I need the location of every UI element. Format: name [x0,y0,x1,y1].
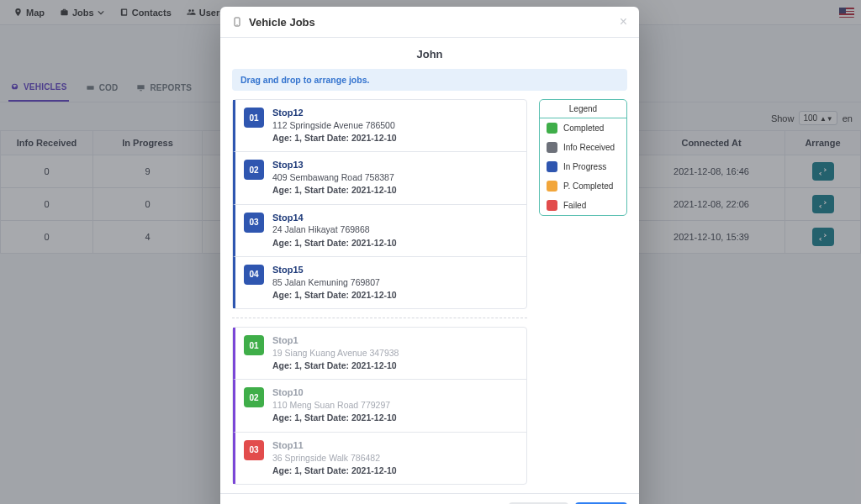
job-meta: Age: 1, Start Date: 2021-12-10 [272,132,397,144]
job-row: 01Stop119 Siang Kuang Avenue 347938Age: … [233,328,526,379]
job-address: 110 Meng Suan Road 779297 [272,399,397,412]
legend-row: Info Received [540,138,626,157]
job-title: Stop12 [272,107,397,119]
job-row: 03Stop1136 Springside Walk 786482Age: 1,… [233,432,526,484]
driver-name: John [232,48,627,60]
job-address: 85 Jalan Kemuning 769807 [272,276,397,289]
info-banner: Drag and drop to arrange jobs. [232,69,627,91]
job-address: 19 Siang Kuang Avenue 347938 [272,347,399,360]
job-number-badge: 01 [244,108,264,128]
legend-label: In Progress [563,162,606,171]
job-address: 112 Springside Avenue 786500 [272,119,397,132]
job-title: Stop15 [272,264,397,276]
jobs-pending-card[interactable]: 01Stop12112 Springside Avenue 786500Age:… [232,99,527,309]
job-number-badge: 03 [244,213,264,233]
legend-swatch [547,161,557,172]
group-separator [232,318,527,318]
job-meta: Age: 1, Start Date: 2021-12-10 [272,289,397,302]
job-address: 36 Springside Walk 786482 [272,452,397,465]
modal-footer: Cancel Save [220,493,639,504]
legend-swatch [547,142,557,153]
legend-label: Completed [563,123,604,133]
legend-label: P. Completed [563,181,613,191]
job-row[interactable]: 03Stop1424 Jalan Hikayat 769868Age: 1, S… [233,204,526,256]
job-address: 409 Sembawang Road 758387 [272,171,397,184]
job-number-badge: 02 [244,160,264,180]
vehicle-jobs-modal: Vehicle Jobs × John Drag and drop to arr… [220,7,639,504]
legend-row: P. Completed [540,176,626,196]
job-row[interactable]: 02Stop13409 Sembawang Road 758387Age: 1,… [233,151,526,203]
job-row: 02Stop10110 Meng Suan Road 779297Age: 1,… [233,379,526,431]
job-meta: Age: 1, Start Date: 2021-12-10 [272,412,397,424]
job-title: Stop14 [272,212,397,224]
legend-row: In Progress [540,157,626,176]
modal-title: Vehicle Jobs [249,16,315,29]
job-title: Stop10 [272,386,397,399]
legend: Legend CompletedInfo ReceivedIn Progress… [539,99,627,216]
legend-row: Failed [540,196,626,215]
jobs-done-card: 01Stop119 Siang Kuang Avenue 347938Age: … [232,327,527,485]
legend-label: Info Received [563,143,615,152]
svg-point-2 [237,24,238,25]
close-button[interactable]: × [620,15,627,29]
job-title: Stop11 [272,439,397,452]
job-address: 24 Jalan Hikayat 769868 [272,223,397,236]
job-row[interactable]: 04Stop1585 Jalan Kemuning 769807Age: 1, … [233,256,526,308]
job-number-badge: 01 [244,335,264,355]
jobs-column: 01Stop12112 Springside Avenue 786500Age:… [232,99,527,485]
job-meta: Age: 1, Start Date: 2021-12-10 [272,184,397,197]
job-meta: Age: 1, Start Date: 2021-12-10 [272,360,399,372]
legend-swatch [547,123,557,134]
job-number-badge: 02 [244,387,264,407]
job-row[interactable]: 01Stop12112 Springside Avenue 786500Age:… [233,100,526,151]
legend-swatch [547,200,557,211]
job-meta: Age: 1, Start Date: 2021-12-10 [272,237,397,249]
job-number-badge: 03 [244,440,264,460]
job-number-badge: 04 [244,265,264,285]
legend-swatch [547,181,557,192]
legend-title: Legend [540,100,626,118]
phone-icon [232,16,242,28]
job-meta: Age: 1, Start Date: 2021-12-10 [272,465,397,477]
job-title: Stop13 [272,159,397,171]
job-title: Stop1 [272,334,399,347]
modal-header: Vehicle Jobs × [220,7,639,38]
legend-label: Failed [563,201,586,210]
legend-row: Completed [540,118,626,138]
